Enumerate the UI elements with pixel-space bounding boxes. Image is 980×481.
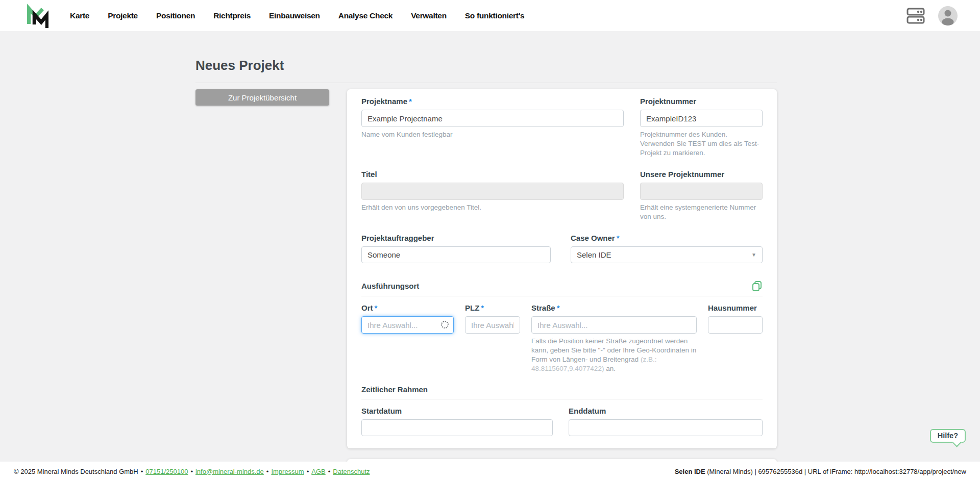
- mineral-minds-logo-icon[interactable]: [23, 3, 48, 29]
- nav-item-positionen[interactable]: Positionen: [156, 11, 195, 20]
- copy-icon[interactable]: [751, 281, 763, 292]
- nav-item-karte[interactable]: Karte: [70, 11, 89, 20]
- ort-label: Ort*: [361, 303, 454, 313]
- main-nav: Karte Projekte Positionen Richtpreis Ein…: [70, 11, 524, 20]
- nav-item-verwalten[interactable]: Verwalten: [411, 11, 447, 20]
- plz-input[interactable]: [465, 316, 520, 334]
- user-avatar[interactable]: [938, 6, 958, 26]
- projektauftraggeber-input[interactable]: [361, 246, 551, 263]
- footer: © 2025 Mineral Minds Deutschland GmbH•07…: [0, 462, 980, 481]
- back-to-project-overview-button[interactable]: Zur Projektübersicht: [195, 89, 329, 106]
- session-details: (Mineral Minds) | 69576255536d | URL of …: [705, 468, 966, 475]
- nav-item-so-funktionierts[interactable]: So funktioniert's: [465, 11, 525, 20]
- main-content: Neues Projekt Zur Projektübersicht Proje…: [195, 31, 777, 481]
- hausnummer-input[interactable]: [708, 316, 763, 334]
- footer-separator: •: [190, 468, 193, 475]
- footer-link-agb[interactable]: AGB: [311, 468, 325, 475]
- section-title-ausfuehrungsort: Ausführungsort: [361, 281, 419, 291]
- enddatum-label: Enddatum: [569, 407, 763, 416]
- session-user: Selen IDE: [675, 468, 705, 475]
- required-asterisk: *: [557, 303, 560, 312]
- projektnummer-input[interactable]: [640, 110, 763, 127]
- footer-separator: •: [328, 468, 331, 475]
- nav-item-projekte[interactable]: Projekte: [108, 11, 138, 20]
- unsere-projektnummer-help: Erhält eine systemgenerierte Nummer von …: [640, 203, 763, 221]
- strasse-label: Straße*: [531, 303, 697, 313]
- strasse-help: Falls die Position keiner Straße zugeord…: [531, 337, 697, 373]
- unsere-projektnummer-label: Unsere Projektnummer: [640, 170, 763, 179]
- chevron-down-icon: ▼: [751, 252, 756, 258]
- section-divider: [361, 399, 763, 399]
- person-icon: [938, 6, 958, 26]
- copyright-text: © 2025 Mineral Minds Deutschland GmbH: [14, 468, 138, 475]
- footer-link-phone[interactable]: 07151/250100: [145, 468, 188, 475]
- startdatum-input[interactable]: [361, 419, 553, 436]
- projektauftraggeber-label: Projektauftraggeber: [361, 234, 551, 243]
- nav-item-analyse-check[interactable]: Analyse Check: [338, 11, 393, 20]
- session-info: Selen IDE (Mineral Minds) | 69576255536d…: [675, 468, 966, 475]
- projektname-help: Name vom Kunden festlegbar: [361, 130, 624, 139]
- strasse-input[interactable]: [531, 316, 697, 334]
- case-owner-selected-value: Selen IDE: [577, 250, 611, 259]
- section-title-zeitlicher-rahmen: Zeitlicher Rahmen: [361, 385, 428, 395]
- ort-input[interactable]: [361, 316, 454, 334]
- case-owner-select[interactable]: Selen IDE ▼: [571, 246, 763, 263]
- startdatum-label: Startdatum: [361, 407, 553, 416]
- required-asterisk: *: [375, 303, 378, 312]
- footer-separator: •: [141, 468, 143, 475]
- hausnummer-label: Hausnummer: [708, 303, 763, 313]
- unsere-projektnummer-input: [640, 183, 763, 200]
- case-owner-label: Case Owner*: [571, 234, 763, 243]
- required-asterisk: *: [617, 234, 620, 242]
- projektname-label: Projektname*: [361, 97, 624, 106]
- help-bubble[interactable]: Hilfe?: [930, 429, 966, 443]
- project-form-card: Projektname* Name vom Kunden festlegbar …: [347, 89, 777, 448]
- required-asterisk: *: [481, 303, 484, 312]
- titel-label: Titel: [361, 170, 624, 179]
- footer-link-email[interactable]: info@mineral-minds.de: [195, 468, 264, 475]
- nav-item-richtpreis[interactable]: Richtpreis: [213, 11, 251, 20]
- loading-spinner-icon: [441, 321, 449, 328]
- footer-link-datenschutz[interactable]: Datenschutz: [333, 468, 370, 475]
- projektnummer-help: Projektnummer des Kunden. Verwenden Sie …: [640, 130, 763, 158]
- projektname-input[interactable]: [361, 110, 624, 127]
- footer-separator: •: [266, 468, 269, 475]
- top-navigation-bar: Karte Projekte Positionen Richtpreis Ein…: [0, 0, 980, 31]
- section-divider: [361, 296, 763, 296]
- projektnummer-label: Projektnummer: [640, 97, 763, 106]
- help-bubble-label: Hilfe?: [938, 432, 958, 440]
- titel-input: [361, 183, 624, 200]
- plz-label: PLZ*: [465, 303, 520, 313]
- required-asterisk: *: [409, 97, 412, 106]
- server-icon[interactable]: [906, 7, 925, 24]
- title-divider: [195, 83, 777, 83]
- nav-item-einbauweisen[interactable]: Einbauweisen: [269, 11, 320, 20]
- footer-separator: •: [307, 468, 309, 475]
- enddatum-input[interactable]: [569, 419, 763, 436]
- page-title: Neues Projekt: [195, 58, 777, 73]
- footer-link-impressum[interactable]: Impressum: [271, 468, 304, 475]
- titel-help: Erhält den von uns vorgegebenen Titel.: [361, 203, 624, 212]
